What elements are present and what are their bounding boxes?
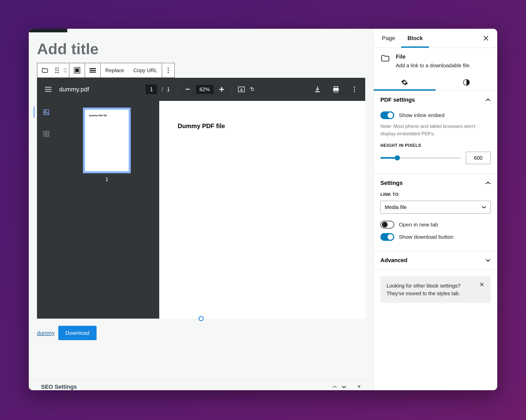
file-name-link[interactable]: dummy (37, 330, 55, 336)
pdf-download-button[interactable] (313, 85, 322, 94)
settings-title: Settings (380, 180, 403, 186)
move-buttons[interactable] (61, 63, 69, 78)
pdf-zoom-in-button[interactable] (217, 85, 226, 94)
seo-settings-label: SEO Settings (41, 384, 77, 390)
svg-point-22 (354, 91, 355, 92)
close-sidebar-button[interactable] (480, 32, 492, 44)
svg-point-5 (58, 72, 59, 73)
align-button[interactable] (69, 63, 85, 78)
pdf-page-input[interactable] (146, 84, 157, 94)
editor-canvas: Replace Copy URL dummy.pdf / 1 (29, 29, 373, 390)
caret-down-icon[interactable] (342, 385, 346, 388)
link-to-select[interactable]: Media file (380, 201, 491, 214)
open-new-tab-label: Open in new tab (399, 222, 438, 228)
contrast-icon (463, 79, 470, 86)
pdf-thumbnail[interactable]: Dummy PDF file (83, 108, 131, 173)
admin-bar-notch (29, 29, 67, 32)
pdf-rotate-button[interactable] (247, 85, 256, 94)
svg-point-3 (58, 70, 59, 71)
panel-settings: Settings LINK TO Media file Open in new … (374, 174, 497, 251)
resize-handle[interactable] (199, 316, 204, 321)
toggle-show-inline[interactable] (380, 111, 394, 119)
pdf-embed: dummy.pdf / 1 62% (37, 78, 365, 319)
pdf-thumb-heading: Dummy PDF file (89, 114, 107, 117)
svg-point-21 (354, 89, 355, 90)
pdf-zoom-out-button[interactable] (183, 85, 192, 94)
tip-close-button[interactable] (479, 282, 484, 287)
panel-advanced-toggle[interactable]: Advanced (374, 251, 497, 269)
block-toolbar: Replace Copy URL (37, 63, 175, 78)
svg-point-0 (55, 68, 57, 69)
caret-up-icon[interactable] (332, 385, 337, 388)
chevron-up-icon (485, 98, 491, 102)
pdf-more-button[interactable] (350, 85, 359, 94)
pdf-fit-button[interactable] (237, 85, 246, 94)
inline-note: Note: Most phone and tablet browsers won… (380, 123, 491, 137)
toggle-show-download[interactable] (380, 233, 394, 241)
svg-rect-17 (334, 87, 338, 88)
svg-rect-18 (333, 88, 339, 91)
chevron-down-icon (482, 206, 486, 209)
panel-settings-toggle[interactable]: Settings (374, 174, 497, 192)
block-type-button[interactable] (37, 63, 53, 78)
subtab-settings[interactable] (374, 74, 436, 91)
pdf-page-view[interactable]: Dummy PDF file (159, 101, 365, 319)
panel-advanced: Advanced (374, 251, 497, 270)
svg-point-20 (354, 87, 355, 88)
tab-block[interactable]: Block (401, 29, 429, 48)
show-download-label: Show download button (399, 234, 454, 240)
svg-rect-10 (90, 72, 96, 73)
svg-point-12 (167, 70, 168, 71)
pdf-zoom-value[interactable]: 62% (196, 85, 213, 94)
height-slider[interactable] (380, 157, 461, 159)
pdf-thumb-number: 1 (105, 176, 108, 182)
post-title-input[interactable] (29, 29, 373, 60)
pdf-sidebar: Dummy PDF file 1 (37, 101, 159, 319)
editor-window: Replace Copy URL dummy.pdf / 1 (29, 29, 497, 390)
svg-rect-16 (315, 91, 320, 92)
svg-point-24 (45, 111, 46, 112)
show-inline-label: Show inline embed (399, 112, 444, 118)
svg-point-4 (55, 72, 57, 73)
block-description: Add a link to a downloadable file. (396, 63, 471, 69)
svg-point-1 (58, 68, 59, 69)
pdf-filename: dummy.pdf (59, 86, 89, 93)
seo-settings-panel[interactable]: SEO Settings (29, 380, 373, 390)
pdf-page-separator: / (162, 86, 163, 93)
height-label: HEIGHT IN PIXELS (380, 143, 491, 148)
triangle-down-icon[interactable] (357, 385, 361, 388)
pdf-menu-button[interactable] (43, 87, 53, 92)
drag-handle[interactable] (53, 63, 61, 78)
gear-icon (401, 79, 408, 86)
toggle-open-new-tab[interactable] (380, 221, 394, 228)
more-options-button[interactable] (162, 63, 174, 78)
pdf-page-total: 1 (167, 86, 170, 93)
pdf-print-button[interactable] (331, 85, 341, 94)
block-card: File Add a link to a downloadable file. (374, 48, 497, 74)
svg-point-11 (167, 68, 168, 69)
advanced-title: Advanced (380, 257, 407, 264)
replace-button[interactable]: Replace (101, 63, 129, 78)
subtab-styles[interactable] (436, 74, 497, 91)
link-to-label: LINK TO (380, 192, 491, 197)
chevron-up-icon (485, 181, 491, 185)
link-to-value: Media file (385, 204, 407, 210)
pdf-outline-tab[interactable] (42, 129, 51, 138)
tab-page[interactable]: Page (376, 29, 401, 48)
svg-point-13 (167, 72, 168, 73)
download-button[interactable]: Download (58, 326, 97, 340)
height-input[interactable] (466, 152, 491, 164)
copy-url-button[interactable]: Copy URL (129, 63, 162, 78)
width-button[interactable] (85, 63, 100, 78)
svg-rect-8 (90, 68, 96, 69)
chevron-down-icon (485, 259, 491, 262)
svg-point-2 (55, 70, 57, 71)
settings-sidebar: Page Block File Add a link to a download… (373, 29, 497, 390)
svg-rect-14 (186, 89, 190, 90)
panel-pdf-settings-toggle[interactable]: PDF settings (374, 91, 497, 109)
pdf-thumbnails-tab[interactable] (42, 108, 51, 117)
panel-pdf-settings: PDF settings Show inline embed Note: Mos… (374, 91, 497, 174)
file-block-icon (380, 53, 391, 64)
svg-rect-23 (44, 110, 49, 115)
pdf-viewer-toolbar: dummy.pdf / 1 62% (37, 78, 365, 101)
